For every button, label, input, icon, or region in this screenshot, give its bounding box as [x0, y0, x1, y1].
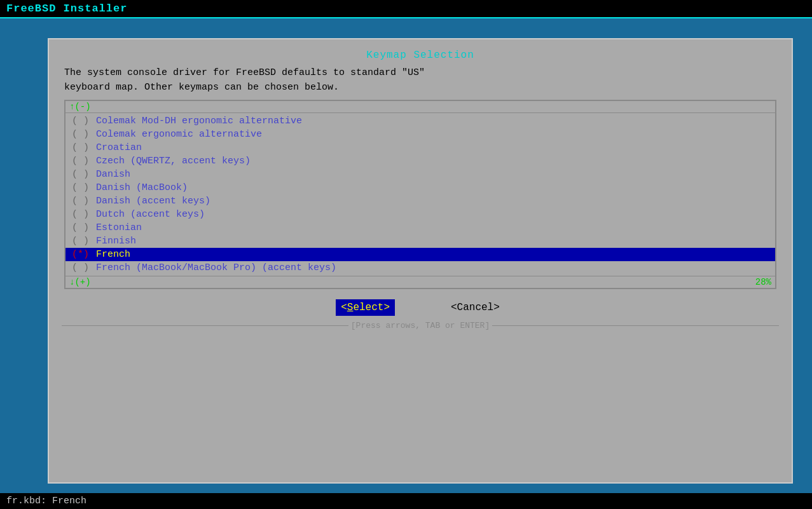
keymap-item-danish[interactable]: ( ) Danish — [65, 168, 775, 181]
title-text: FreeBSD Installer — [6, 3, 127, 15]
keymap-item-colemak-mod-dh[interactable]: ( ) Colemak Mod-DH ergonomic alternative — [65, 114, 775, 128]
radio-empty: ( ) — [72, 116, 89, 126]
cancel-button[interactable]: <Cancel> — [446, 299, 505, 316]
hint-divider: [Press arrows, TAB or ENTER] — [55, 321, 785, 330]
select-button[interactable]: <Select> — [336, 299, 395, 316]
description-line2: keyboard map. Other keymaps can be chose… — [64, 81, 776, 95]
list-container: ↑(-) ( ) Colemak Mod-DH ergonomic altern… — [64, 100, 776, 289]
keymap-item-estonian[interactable]: ( ) Estonian — [65, 221, 775, 234]
keymap-item-danish-macbook[interactable]: ( ) Danish (MacBook) — [65, 181, 775, 194]
keymap-item-dutch-accent[interactable]: ( ) Dutch (accent keys) — [65, 208, 775, 221]
description-line1: The system console driver for FreeBSD de… — [64, 66, 776, 81]
status-bar: fr.kbd: French — [0, 493, 812, 509]
scroll-pct: 28% — [755, 277, 771, 287]
radio-empty: ( ) — [72, 129, 89, 140]
description: The system console driver for FreeBSD de… — [55, 64, 785, 100]
radio-empty: ( ) — [72, 209, 89, 220]
radio-selected: (*) — [72, 249, 89, 260]
keymap-item-colemak[interactable]: ( ) Colemak ergonomic alternative — [65, 128, 775, 141]
title-bar: FreeBSD Installer — [0, 0, 812, 18]
keymap-item-croatian[interactable]: ( ) Croatian — [65, 141, 775, 154]
main-container: Keymap Selection The system console driv… — [48, 38, 793, 484]
radio-empty: ( ) — [72, 196, 89, 207]
radio-empty: ( ) — [72, 156, 89, 166]
radio-empty: ( ) — [72, 236, 89, 247]
press-hint: [Press arrows, TAB or ENTER] — [348, 321, 492, 330]
keymap-item-french-macbook[interactable]: ( ) French (MacBook/MacBook Pro) (accent… — [65, 261, 775, 275]
radio-empty: ( ) — [72, 142, 89, 153]
dialog-title: Keymap Selection — [55, 46, 785, 64]
radio-empty: ( ) — [72, 169, 89, 180]
keymap-item-danish-accent[interactable]: ( ) Danish (accent keys) — [65, 194, 775, 208]
button-area: <Select> <Cancel> — [55, 289, 785, 321]
radio-empty: ( ) — [72, 182, 89, 193]
radio-empty: ( ) — [72, 222, 89, 233]
keymap-item-czech-qwertz[interactable]: ( ) Czech (QWERTZ, accent keys) — [65, 154, 775, 168]
keymap-list: ( ) Colemak Mod-DH ergonomic alternative… — [65, 113, 775, 276]
status-text: fr.kbd: French — [6, 496, 86, 506]
scroll-bottom-text: ↓(+) — [69, 277, 91, 287]
scroll-top-indicator: ↑(-) — [65, 101, 775, 113]
keymap-item-finnish[interactable]: ( ) Finnish — [65, 234, 775, 248]
dialog: Keymap Selection The system console driv… — [55, 46, 785, 476]
scroll-bottom-indicator: ↓(+) 28% — [65, 276, 775, 288]
select-underline: S — [347, 302, 354, 313]
keymap-item-french[interactable]: (*) French — [65, 248, 775, 261]
radio-empty: ( ) — [72, 262, 89, 273]
